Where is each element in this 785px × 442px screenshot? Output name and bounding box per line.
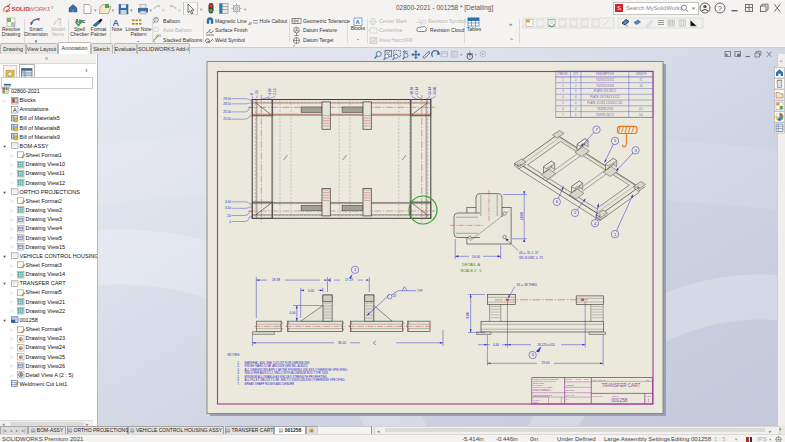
svg-text:TS2X3X.25X5: TS2X3X.25X5: [597, 107, 614, 111]
svg-text:TYP: TYP: [417, 289, 423, 293]
svg-text:▾: ▾: [150, 7, 153, 13]
svg-text:▾: ▾: [460, 52, 463, 57]
svg-text:55.44: 55.44: [428, 86, 432, 94]
svg-text:MFG APPR.: MFG APPR.: [566, 394, 575, 396]
svg-text:WEIGHT:: WEIGHT:: [612, 396, 619, 397]
svg-text:A: A: [12, 107, 16, 113]
svg-text:DIMENSIONS ARE IN INCHES: DIMENSIONS ARE IN INCHES: [533, 380, 555, 382]
svg-text:⌀: ⌀: [248, 20, 252, 26]
svg-text:▾: ▾: [94, 7, 97, 13]
svg-text:?: ?: [718, 4, 722, 13]
svg-text:TOLERANCES:: TOLERANCES:: [533, 382, 545, 384]
svg-text:TRANSFER CART: TRANSFER CART: [602, 383, 641, 388]
svg-text:PLATE .5X7.5X4 X 6.125: PLATE .5X7.5X4 X 6.125: [590, 95, 620, 99]
svg-text:001258: 001258: [611, 398, 627, 403]
svg-text:MATERIAL: MATERIAL: [533, 399, 541, 401]
svg-text:3/8-16 UNC ⊽ .75: 3/8-16 UNC ⊽ .75: [519, 256, 543, 260]
svg-text:BREAK SHARP EDGES AND DEBURR.: BREAK SHARP EDGES AND DEBURR.: [245, 382, 296, 386]
svg-text:28.50: 28.50: [223, 102, 231, 106]
svg-text:▾: ▾: [200, 7, 203, 12]
svg-text:UNLESS OTHERWISE SPECIFIED:: UNLESS OTHERWISE SPECIFIED:: [533, 379, 559, 380]
svg-text:3.50: 3.50: [225, 206, 231, 210]
svg-text:THREE PLACE DECIMAL ±: THREE PLACE DECIMAL ±: [533, 389, 553, 391]
svg-text:5.00: 5.00: [308, 289, 314, 293]
svg-text:SHEET: SHEET: [646, 396, 651, 397]
svg-text:TS2X3X.25X.75: TS2X3X.25X.75: [596, 113, 615, 117]
svg-text:TS2X2X.25X26: TS2X2X.25X26: [596, 84, 614, 88]
svg-text:A: A: [295, 28, 298, 33]
svg-text:36.00: 36.00: [338, 341, 346, 345]
svg-text:▾: ▾: [244, 7, 247, 12]
svg-text:0: 0: [250, 93, 254, 95]
svg-text:ANGULAR: MACH± BEND ±: ANGULAR: MACH± BEND ±: [533, 386, 553, 388]
svg-text:QTY.: QTY.: [573, 72, 579, 76]
svg-text:5.0: 5.0: [639, 113, 643, 117]
svg-text:25.00: 25.00: [223, 117, 231, 121]
svg-text:▾: ▾: [112, 7, 115, 13]
svg-text:28.00: 28.00: [520, 212, 524, 220]
svg-text:▾: ▾: [130, 7, 133, 13]
svg-text:4.50: 4.50: [268, 88, 272, 94]
svg-text:4.00: 4.00: [225, 200, 231, 204]
svg-text:Q.A.: Q.A.: [566, 398, 570, 400]
svg-text:PLATE .5X5.5X5.5: PLATE .5X5.5X5.5: [594, 89, 616, 93]
svg-text:4.00: 4.00: [289, 311, 295, 315]
svg-text:29.00: 29.00: [223, 97, 231, 101]
svg-text:NOTES:: NOTES:: [228, 353, 241, 357]
svg-text:TWO PLACE DECIMAL ±: TWO PLACE DECIMAL ±: [533, 388, 551, 390]
svg-text:WORKS: WORKS: [29, 5, 51, 12]
svg-text:4.5: 4.5: [639, 107, 643, 111]
svg-text:45°: 45°: [393, 294, 397, 298]
svg-text:SCALE 2 : 5: SCALE 2 : 5: [461, 269, 482, 273]
svg-text:DWG. NO.: DWG. NO.: [598, 380, 606, 381]
svg-text:ENG APPR.: ENG APPR.: [566, 389, 575, 391]
svg-text:▾: ▾: [162, 7, 165, 13]
svg-text:2X ⌀ .38 THRU: 2X ⌀ .38 THRU: [516, 283, 536, 287]
svg-text:25.50: 25.50: [223, 110, 231, 114]
svg-text:SCALE: 1:10: SCALE: 1:10: [593, 395, 602, 397]
svg-text:FRACTIONAL±: FRACTIONAL±: [533, 384, 544, 386]
svg-text:DRAWN: DRAWN: [566, 378, 573, 380]
svg-text:»: »: [509, 21, 513, 27]
svg-text:OO: OO: [156, 34, 161, 38]
svg-text:60.88: 60.88: [410, 86, 414, 94]
svg-text:8.88: 8.88: [466, 312, 470, 318]
svg-text:4.44: 4.44: [493, 343, 499, 347]
svg-text:FINISH: FINISH: [533, 402, 539, 403]
svg-text:?: ?: [155, 18, 157, 22]
svg-text:61.44: 61.44: [415, 86, 419, 94]
svg-text:LENGTH: LENGTH: [636, 72, 647, 76]
svg-text:56.00: 56.00: [433, 86, 437, 94]
svg-text:29.00: 29.00: [542, 361, 550, 365]
svg-text:▾: ▾: [178, 7, 181, 13]
svg-text:⌃: ⌃: [509, 38, 514, 44]
svg-text:.50: .50: [227, 214, 232, 218]
svg-text:18.38: 18.38: [272, 278, 280, 282]
svg-text:DATE: DATE: [584, 378, 588, 380]
svg-text:ITEM NO.: ITEM NO.: [557, 72, 569, 76]
svg-text:DETAIL A: DETAIL A: [462, 262, 480, 267]
svg-text:0: 0: [229, 220, 231, 224]
svg-text:.56: .56: [255, 90, 259, 95]
svg-text:54.00: 54.00: [472, 255, 480, 259]
svg-text:PLATE .31 2X4 1.312X4 1.312: PLATE .31 2X4 1.312X4 1.312: [587, 101, 623, 105]
svg-text:1: 1: [648, 399, 650, 403]
svg-text:7.: 7.: [237, 382, 240, 386]
svg-text:TOLERANCING PER:: TOLERANCING PER:: [533, 395, 549, 397]
svg-text:▾: ▾: [475, 52, 478, 57]
svg-text:4X ⌀ .31 ⊽ .37: 4X ⌀ .31 ⊽ .37: [519, 251, 539, 255]
svg-text:CHECKED: CHECKED: [566, 385, 575, 386]
svg-text:DESCRIPTION: DESCRIPTION: [596, 72, 614, 76]
svg-text:SOLID: SOLID: [12, 5, 31, 12]
svg-text:NAME: NAME: [576, 378, 581, 380]
svg-text:SIZE: SIZE: [593, 380, 597, 381]
svg-text:17.29: 17.29: [345, 278, 353, 282]
svg-text:TS2X2X.25X72: TS2X2X.25X72: [596, 78, 614, 82]
svg-text:5.13: 5.13: [273, 88, 277, 94]
svg-text:18.125±.010: 18.125±.010: [537, 343, 555, 347]
svg-text:A: A: [20, 373, 23, 378]
